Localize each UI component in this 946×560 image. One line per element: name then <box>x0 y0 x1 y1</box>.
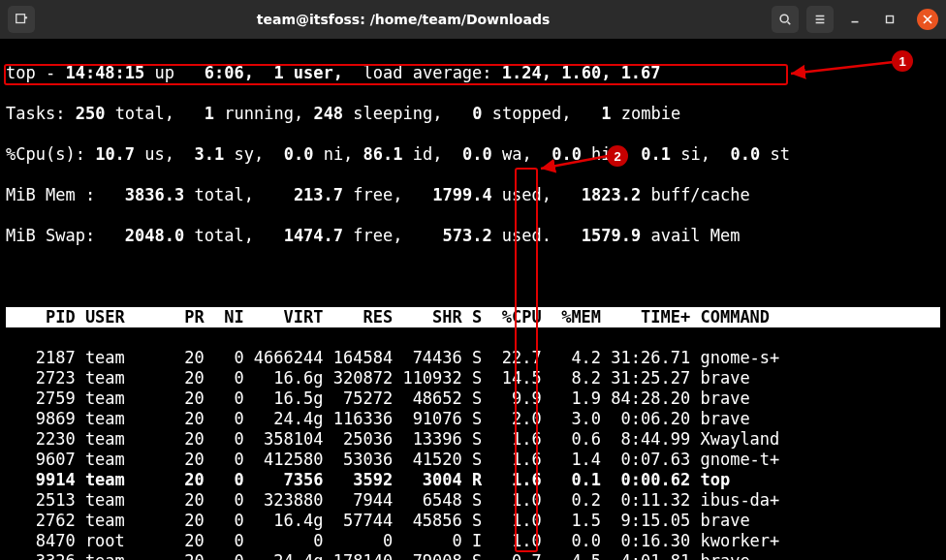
window-close-button[interactable] <box>917 9 938 30</box>
annotation-badge-1: 1 <box>892 50 913 72</box>
process-header-row[interactable]: PID USER PR NI VIRT RES SHR S %CPU %MEM … <box>6 307 940 327</box>
window-maximize-button[interactable] <box>876 6 903 33</box>
svg-rect-9 <box>887 16 894 23</box>
process-row[interactable]: 9607 team 20 0 412580 53036 41520 S 1.6 … <box>6 450 940 470</box>
window-titlebar: team@itsfoss: /home/team/Downloads <box>0 0 946 39</box>
process-row[interactable]: 2759 team 20 0 16.5g 75272 48652 S 9.9 1… <box>6 389 940 409</box>
process-row[interactable]: 9914 team 20 0 7356 3592 3004 R 1.6 0.1 … <box>6 470 940 490</box>
svg-rect-0 <box>16 15 25 23</box>
svg-line-4 <box>788 22 791 25</box>
process-row[interactable]: 9869 team 20 0 24.4g 116336 91076 S 2.0 … <box>6 409 940 429</box>
window-minimize-button[interactable] <box>841 6 868 33</box>
process-row[interactable]: 2762 team 20 0 16.4g 57744 45856 S 1.0 1… <box>6 511 940 531</box>
window-title: team@itsfoss: /home/team/Downloads <box>35 12 772 27</box>
process-row[interactable]: 2513 team 20 0 323880 7944 6548 S 1.0 0.… <box>6 490 940 511</box>
new-tab-button[interactable] <box>8 6 35 33</box>
process-row[interactable]: 2723 team 20 0 16.6g 320872 110932 S 14.… <box>6 368 940 389</box>
process-row[interactable]: 8470 root 20 0 0 0 0 I 1.0 0.0 0:16.30 k… <box>6 531 940 551</box>
top-line1: top - 14:48:15 up 6:06, 1 user, load ave… <box>6 63 940 83</box>
search-button[interactable] <box>772 6 799 33</box>
svg-point-3 <box>780 15 788 22</box>
hamburger-menu-button[interactable] <box>806 6 834 33</box>
process-row[interactable]: 2187 team 20 0 4666244 164584 74436 S 22… <box>6 348 940 368</box>
annotation-badge-2: 2 <box>607 145 628 167</box>
process-row[interactable]: 3326 team 20 0 24.4g 178140 79008 S 0.7 … <box>6 551 940 560</box>
terminal-output[interactable]: top - 14:48:15 up 6:06, 1 user, load ave… <box>6 43 940 560</box>
top-blank-line <box>6 266 940 287</box>
process-row[interactable]: 2230 team 20 0 358104 25036 13396 S 1.6 … <box>6 429 940 450</box>
top-mem-line: MiB Mem : 3836.3 total, 213.7 free, 1799… <box>6 185 940 205</box>
top-swap-line: MiB Swap: 2048.0 total, 1474.7 free, 573… <box>6 226 940 246</box>
top-tasks-line: Tasks: 250 total, 1 running, 248 sleepin… <box>6 104 940 124</box>
top-cpu-line: %Cpu(s): 10.7 us, 3.1 sy, 0.0 ni, 86.1 i… <box>6 144 940 165</box>
